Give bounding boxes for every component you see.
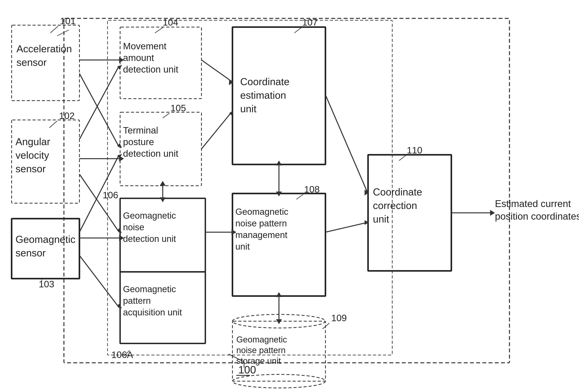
- svg-text:110: 110: [407, 145, 422, 155]
- svg-text:storage unit: storage unit: [236, 356, 281, 365]
- svg-text:sensor: sensor: [15, 247, 46, 259]
- svg-text:unit: unit: [235, 241, 250, 252]
- svg-text:Geomagnetic: Geomagnetic: [123, 284, 176, 294]
- svg-text:105: 105: [170, 103, 186, 113]
- svg-text:unit: unit: [240, 103, 256, 114]
- svg-rect-0: [0, 0, 579, 392]
- svg-text:104: 104: [163, 17, 178, 27]
- svg-text:posture: posture: [123, 137, 154, 147]
- svg-text:amount: amount: [123, 53, 154, 63]
- svg-text:Coordinate: Coordinate: [373, 186, 422, 198]
- svg-text:101: 101: [60, 16, 75, 26]
- svg-text:unit: unit: [373, 213, 389, 225]
- svg-text:detection unit: detection unit: [123, 64, 178, 74]
- svg-text:Terminal: Terminal: [123, 125, 158, 135]
- svg-text:109: 109: [331, 313, 347, 323]
- svg-text:velocity: velocity: [15, 150, 49, 161]
- svg-text:management: management: [235, 230, 288, 240]
- svg-text:noise pattern: noise pattern: [236, 345, 286, 355]
- svg-text:Acceleration: Acceleration: [16, 43, 72, 54]
- svg-text:106A: 106A: [111, 350, 133, 360]
- svg-text:estimation: estimation: [240, 90, 286, 101]
- svg-text:pattern: pattern: [123, 296, 151, 306]
- svg-text:Movement: Movement: [123, 41, 166, 51]
- svg-text:Geomagnetic: Geomagnetic: [235, 207, 289, 217]
- svg-text:correction: correction: [373, 200, 417, 211]
- diagram-container: 100 Acceleration sensor 101 Angular velo…: [0, 0, 579, 392]
- svg-text:108: 108: [304, 184, 320, 194]
- svg-text:sensor: sensor: [16, 57, 47, 68]
- svg-text:Geomagnetic: Geomagnetic: [236, 335, 287, 344]
- svg-text:106: 106: [103, 190, 118, 200]
- svg-text:noise: noise: [123, 222, 144, 232]
- svg-text:acquisition unit: acquisition unit: [123, 307, 182, 317]
- svg-text:detection unit: detection unit: [123, 148, 178, 159]
- svg-text:Geomagnetic: Geomagnetic: [123, 211, 176, 221]
- svg-text:Estimated current: Estimated current: [495, 198, 571, 209]
- svg-text:102: 102: [59, 111, 74, 121]
- svg-text:position coordinates: position coordinates: [495, 211, 579, 222]
- svg-text:detection unit: detection unit: [123, 234, 176, 244]
- svg-text:103: 103: [39, 279, 54, 289]
- svg-text:Angular: Angular: [15, 136, 50, 147]
- svg-text:noise pattern: noise pattern: [235, 218, 287, 228]
- svg-text:Coordinate: Coordinate: [240, 76, 290, 87]
- svg-text:sensor: sensor: [15, 163, 46, 174]
- svg-text:Geomagnetic: Geomagnetic: [15, 234, 75, 245]
- svg-text:100: 100: [238, 364, 256, 376]
- svg-text:107: 107: [302, 17, 318, 27]
